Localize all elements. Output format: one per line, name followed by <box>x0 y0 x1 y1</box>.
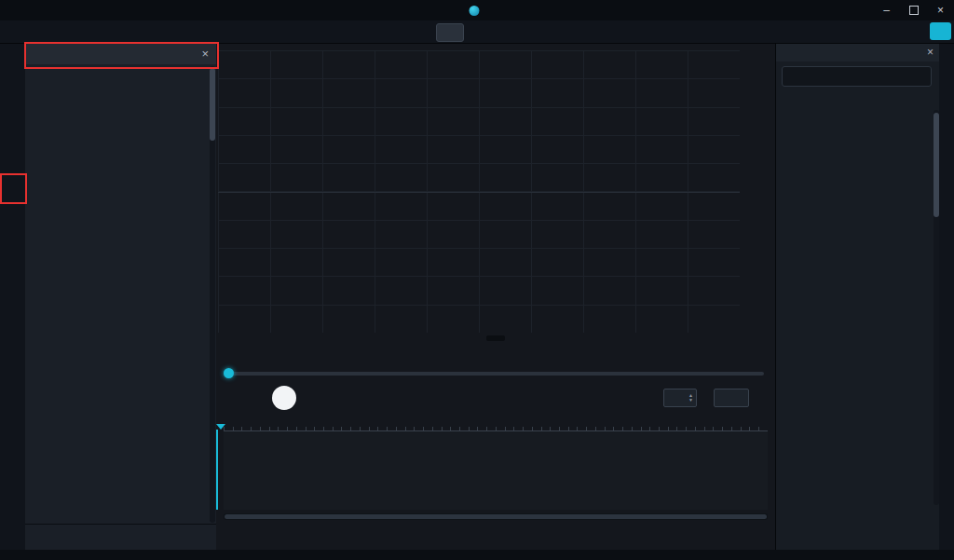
captions-scrollbar-thumb[interactable] <box>210 68 215 141</box>
right-rail <box>939 43 954 550</box>
export-button[interactable] <box>930 22 951 40</box>
waveform-canvas[interactable] <box>224 431 768 510</box>
status-bar <box>0 550 954 560</box>
next-frame-button[interactable] <box>302 388 322 408</box>
playback-settings: ▲▼ <box>658 389 766 407</box>
prev-frame-button[interactable] <box>246 388 266 408</box>
left-rail <box>0 43 26 550</box>
app-title <box>470 6 485 16</box>
window-controls: – × <box>873 0 954 20</box>
skip-end-button[interactable] <box>322 388 343 408</box>
speed-stepper[interactable]: ▲▼ <box>663 389 697 407</box>
transcription-panel: × <box>775 43 940 550</box>
play-button[interactable] <box>272 386 296 410</box>
captions-toolbar <box>25 524 216 550</box>
playhead-line <box>216 430 218 510</box>
maximize-icon <box>909 6 919 15</box>
seek-bar[interactable] <box>224 368 764 379</box>
maximize-button[interactable] <box>900 0 927 20</box>
edit-mode-dropdown[interactable] <box>436 23 464 42</box>
transcription-header: × <box>776 43 940 61</box>
main-toolbar <box>0 20 954 22</box>
closed-captions-panel: × <box>25 43 217 550</box>
seek-handle[interactable] <box>224 368 234 378</box>
transcription-bottom-toolbar <box>776 508 940 526</box>
app-logo-icon <box>470 6 480 16</box>
caption-overlay <box>486 335 505 341</box>
zero-amplitude-line <box>218 192 740 193</box>
stepper-arrows-icon[interactable]: ▲▼ <box>688 393 696 403</box>
search-input[interactable] <box>791 71 922 83</box>
panel-tabs <box>780 530 936 547</box>
seek-track[interactable] <box>224 372 764 376</box>
caption-track <box>224 523 768 547</box>
frame-input[interactable] <box>715 393 748 403</box>
skip-start-button[interactable] <box>225 388 246 408</box>
frame-box[interactable] <box>714 389 749 407</box>
transcript-list <box>776 108 932 507</box>
titlebar: – × <box>0 0 954 20</box>
transcription-close-icon[interactable]: × <box>927 46 934 59</box>
transcription-search-row <box>776 61 940 89</box>
main-toolbar-bar <box>0 20 954 44</box>
close-button[interactable]: × <box>927 0 954 20</box>
captions-list <box>25 64 208 525</box>
transport-controls: ▲▼ <box>216 381 775 415</box>
main-viewer: ▲▼ <box>216 43 775 550</box>
timeline-scrollbar-thumb[interactable] <box>225 514 767 519</box>
amplitude-axis <box>743 50 771 333</box>
captions-close-icon[interactable]: × <box>201 47 209 61</box>
timeline-scrollbar[interactable] <box>224 513 768 520</box>
search-box[interactable] <box>782 66 932 87</box>
captions-scrollbar[interactable] <box>210 66 215 523</box>
captions-panel-header: × <box>25 43 216 64</box>
transcription-toolbar <box>776 89 940 96</box>
waveform-strip[interactable] <box>224 431 768 510</box>
timeline-ruler[interactable] <box>224 417 768 431</box>
speed-input[interactable] <box>664 393 688 403</box>
minimize-button[interactable]: – <box>873 0 900 20</box>
